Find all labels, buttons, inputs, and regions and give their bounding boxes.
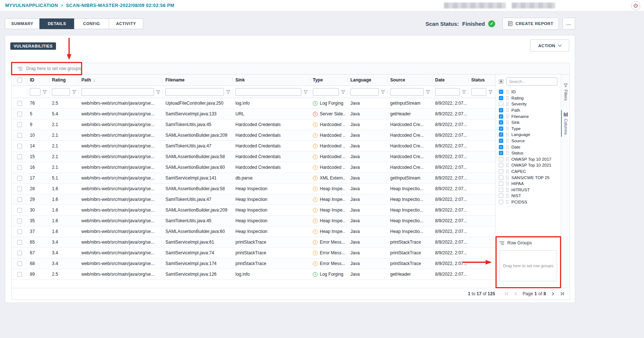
filter-funnel-icon[interactable] <box>304 90 308 94</box>
column-checkbox[interactable]: ✓ <box>499 120 503 125</box>
column-checkbox[interactable]: ✓ <box>499 132 503 137</box>
filter-input-sink[interactable] <box>235 88 301 96</box>
column-header-source[interactable]: Source <box>388 74 433 86</box>
row-checkbox[interactable] <box>17 229 22 234</box>
more-options-button[interactable]: ... <box>563 18 575 29</box>
filter-input-rating[interactable] <box>52 88 70 96</box>
row-checkbox[interactable] <box>17 122 22 127</box>
column-header-path[interactable]: Path↓ <box>79 74 163 86</box>
column-checkbox[interactable]: ✓ <box>499 145 503 149</box>
select-all-checkbox[interactable] <box>17 78 22 83</box>
row-checkbox[interactable] <box>17 154 22 159</box>
column-toggle-source[interactable]: ✓Source <box>496 138 561 144</box>
filter-input-filename[interactable] <box>165 88 224 96</box>
column-toggle-filename[interactable]: ✓Filename <box>496 113 561 119</box>
column-toggle-owasp-top-10-2021[interactable]: OWASP Top 10 2021 <box>496 162 561 168</box>
column-header-status[interactable]: Status <box>469 74 495 86</box>
row-checkbox[interactable] <box>17 240 22 245</box>
first-page-button[interactable] <box>505 292 509 296</box>
row-checkbox[interactable] <box>17 208 22 213</box>
column-header-type[interactable]: Type <box>310 74 348 86</box>
column-toggle-sink[interactable]: ✓Sink <box>496 119 561 126</box>
filter-funnel-icon[interactable] <box>226 90 230 94</box>
filter-funnel-icon[interactable] <box>72 90 76 94</box>
column-checkbox[interactable] <box>499 102 503 106</box>
row-checkbox[interactable] <box>17 272 22 277</box>
side-tab-filters[interactable]: Filters <box>561 81 570 103</box>
column-toggle-sans-cwe-top-25[interactable]: SANS/CWE TOP 25 <box>496 174 561 181</box>
table-row[interactable]: 102.1web/nibrs-web/src/main/java/org/se.… <box>12 130 495 141</box>
column-toggle-hipaa[interactable]: HIPAA <box>496 181 561 187</box>
column-header-filename[interactable]: Filename <box>163 74 233 86</box>
create-report-button[interactable]: CREATE REPORT <box>503 18 559 29</box>
column-checkbox[interactable]: ✓ <box>499 90 503 94</box>
drag-handle-icon[interactable] <box>506 163 509 167</box>
drag-handle-icon[interactable] <box>506 120 509 125</box>
side-tab-columns[interactable]: Columns <box>561 110 570 137</box>
filter-funnel-icon[interactable] <box>43 90 47 94</box>
column-toggle-language[interactable]: ✓Language <box>496 132 561 138</box>
table-row[interactable]: 291.6web/nibrs-web/src/main/java/org/se.… <box>12 194 495 205</box>
drag-handle-icon[interactable] <box>506 145 509 149</box>
table-row[interactable]: 683.4web/nibrs-web/src/main/java/org/se.… <box>12 258 495 269</box>
tab-details[interactable]: DETAILS <box>39 18 74 29</box>
table-row[interactable]: 371.6web/nibrs-web/src/main/java/org/se.… <box>12 226 495 237</box>
table-row[interactable]: 301.6web/nibrs-web/src/main/java/org/se.… <box>12 205 495 216</box>
column-toggle-date[interactable]: ✓Date <box>496 144 561 150</box>
breadcrumb-app[interactable]: MYVULNAPPLICATION <box>5 3 58 8</box>
column-toggle-capec[interactable]: CAPEC <box>496 168 561 175</box>
drag-handle-icon[interactable] <box>506 194 509 198</box>
row-checkbox[interactable] <box>17 133 22 138</box>
table-row[interactable]: 673.4web/nibrs-web/src/main/java/org/se.… <box>12 248 495 258</box>
row-groups-drop-zone[interactable]: Drag here to set row groups <box>499 250 557 281</box>
column-checkbox[interactable] <box>499 188 503 192</box>
filter-funnel-icon[interactable] <box>156 90 160 94</box>
table-row[interactable]: 92.1web/nibrs-web/src/main/java/org/se..… <box>12 119 495 130</box>
drag-handle-icon[interactable] <box>506 181 509 186</box>
table-row[interactable]: 142.1web/nibrs-web/src/main/java/org/se.… <box>12 141 495 151</box>
tab-activity[interactable]: ACTIVITY <box>109 18 143 29</box>
column-checkbox[interactable]: ✓ <box>499 139 503 143</box>
column-toggle-type[interactable]: ✓Type <box>496 126 561 132</box>
filter-input-id[interactable] <box>30 88 41 96</box>
column-header-language[interactable]: Language <box>348 74 388 86</box>
toggle-all-columns-checkbox[interactable] <box>499 79 503 84</box>
table-row[interactable]: 281.6web/nibrs-web/src/main/java/org/se.… <box>12 184 495 194</box>
row-checkbox[interactable] <box>17 261 22 266</box>
column-toggle-status[interactable]: ✓Status <box>496 150 561 156</box>
column-toggle-id[interactable]: ✓ID <box>496 89 561 95</box>
column-search-input[interactable] <box>506 77 557 86</box>
drag-handle-icon[interactable] <box>506 132 509 137</box>
drag-handle-icon[interactable] <box>506 139 509 143</box>
column-checkbox[interactable] <box>499 175 503 180</box>
column-toggle-nist[interactable]: NIST <box>496 193 561 199</box>
filter-funnel-icon[interactable] <box>489 90 493 94</box>
filter-funnel-icon[interactable] <box>426 90 430 94</box>
table-row[interactable]: 653.4web/nibrs-web/src/main/java/org/se.… <box>12 237 495 248</box>
column-toggle-pcidss[interactable]: PCIDSS <box>496 199 561 205</box>
table-row[interactable]: 152.1web/nibrs-web/src/main/java/org/se.… <box>12 151 495 162</box>
row-checkbox[interactable] <box>17 112 22 116</box>
prev-page-button[interactable] <box>514 292 517 296</box>
drag-handle-icon[interactable] <box>506 90 509 94</box>
drag-handle-icon[interactable] <box>506 200 509 204</box>
filter-input-source[interactable] <box>390 88 424 96</box>
last-page-button[interactable] <box>560 292 564 296</box>
filter-input-path[interactable] <box>81 88 154 96</box>
drag-handle-icon[interactable] <box>506 96 509 100</box>
table-row[interactable]: 762.5web/nibrs-web/src/main/java/org/se.… <box>12 98 495 109</box>
column-checkbox[interactable] <box>499 169 503 174</box>
filter-input-status[interactable] <box>471 88 486 96</box>
table-row[interactable]: 892.5web/nibrs-web/src/main/java/org/se.… <box>12 269 495 280</box>
row-checkbox[interactable] <box>17 176 22 181</box>
row-checkbox[interactable] <box>17 219 22 223</box>
row-checkbox[interactable] <box>17 197 22 202</box>
column-header-id[interactable]: ID <box>27 74 49 86</box>
row-checkbox[interactable] <box>17 251 22 255</box>
column-checkbox[interactable] <box>499 194 503 198</box>
column-checkbox[interactable] <box>499 200 503 204</box>
table-row[interactable]: 162.1web/nibrs-web/src/main/java/org/se.… <box>12 162 495 173</box>
tab-summary[interactable]: SUMMARY <box>5 18 39 29</box>
filter-input-date[interactable] <box>435 88 460 96</box>
column-checkbox[interactable]: ✓ <box>499 126 503 131</box>
